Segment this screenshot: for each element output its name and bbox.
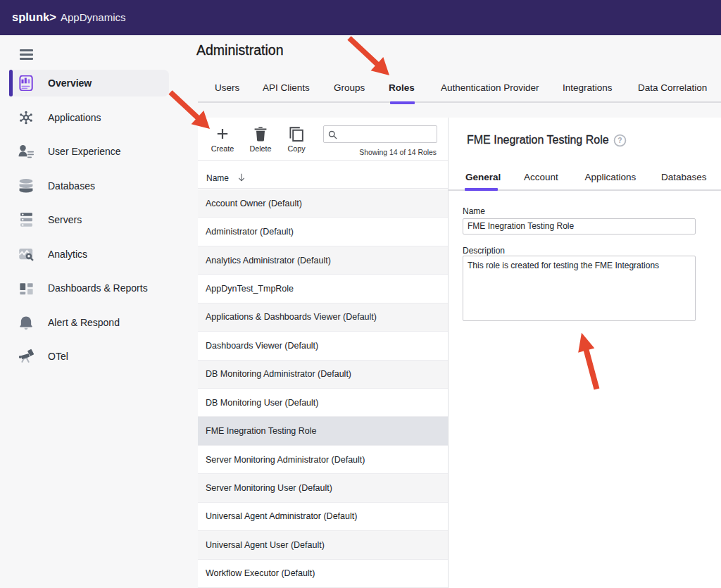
svg-text:?: ? — [617, 137, 622, 144]
